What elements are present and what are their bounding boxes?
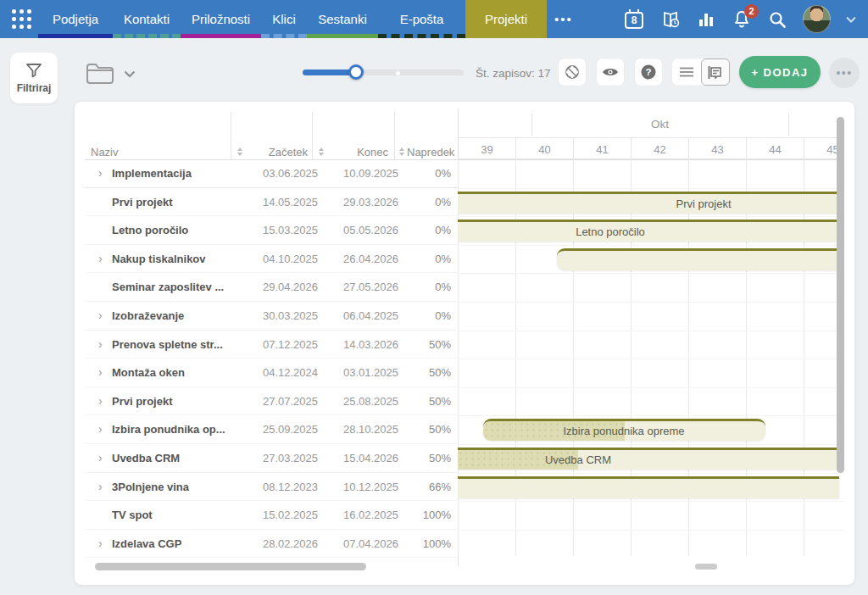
column-header-naziv[interactable]: Naziv	[91, 146, 119, 158]
gantt-icon	[708, 66, 722, 79]
expand-chevron-icon[interactable]: ›	[98, 537, 103, 550]
tab-label: Projekti	[485, 12, 527, 26]
gantt-horizontal-scrollbar[interactable]	[695, 564, 717, 570]
table-row[interactable]: Prvi projekt14.05.202529.03.20260%	[85, 188, 458, 217]
tab-label: Podjetja	[53, 12, 98, 26]
visibility-button[interactable]	[596, 58, 625, 86]
progress-value: 0%	[435, 281, 451, 293]
zoom-slider[interactable]	[303, 70, 464, 75]
nav-more-button[interactable]: •••	[549, 0, 578, 38]
expand-chevron-icon[interactable]: ›	[98, 422, 103, 436]
table-row[interactable]: ›Izbira ponudnika op...25.09.202528.10.2…	[85, 415, 458, 444]
tab-projekti[interactable]: Projekti	[465, 0, 547, 38]
expand-chevron-icon[interactable]: ›	[98, 394, 103, 408]
gantt-bar[interactable]: Uvedba CRM	[458, 448, 839, 470]
table-row[interactable]: ›Implementacija03.06.202510.09.20250%	[85, 159, 458, 188]
gantt-view-button[interactable]	[701, 58, 730, 86]
gantt-bar[interactable]: Izbira ponudnika opreme	[483, 419, 765, 441]
add-button[interactable]: + DODAJ	[739, 56, 821, 88]
list-view-button[interactable]	[672, 58, 701, 86]
help-button[interactable]: ?	[634, 58, 663, 86]
expand-chevron-icon[interactable]: ›	[98, 480, 103, 493]
progress-value: 50%	[429, 338, 451, 351]
table-row[interactable]: ›3Polnjene vina08.12.202310.12.202566%	[85, 473, 458, 502]
avatar-chevron-down-icon[interactable]	[846, 16, 856, 23]
expand-chevron-icon[interactable]: ›	[98, 166, 103, 180]
table-row[interactable]: Letno poročilo15.03.202505.05.20260%	[85, 216, 458, 245]
filter-button[interactable]: Filtriraj	[10, 53, 58, 103]
view-toggle	[671, 58, 731, 86]
sort-zacetek[interactable]	[237, 147, 242, 156]
end-date: 25.08.2025	[343, 395, 398, 408]
progress-value: 50%	[429, 452, 451, 464]
notifications-bell-icon[interactable]: 2	[732, 9, 752, 30]
column-header-zacetek[interactable]: Začetek	[257, 146, 308, 158]
search-icon[interactable]	[767, 9, 787, 30]
project-name: Implementacija	[112, 167, 192, 180]
tab-podjetja[interactable]: Podjetja	[38, 0, 113, 38]
tab-sestanki[interactable]: Sestanki	[307, 0, 378, 38]
table-row[interactable]: ›Prvi projekt27.07.202525.08.202550%	[85, 387, 458, 416]
tab-e-pošta[interactable]: E-pošta	[378, 0, 465, 38]
week-cell: 40	[515, 138, 573, 159]
expand-chevron-icon[interactable]: ›	[98, 337, 103, 351]
gantt-bar[interactable]	[557, 248, 839, 270]
row-grid-line	[458, 331, 844, 331]
list-icon	[680, 67, 693, 77]
table-row[interactable]: ›Nakup tiskalnikov04.10.202526.04.20260%	[85, 245, 458, 274]
projects-panel: Naziv Začetek Konec Napredek Okt 3940414…	[75, 102, 854, 585]
gantt-bar[interactable]: Letno poročilo	[458, 220, 839, 242]
table-row[interactable]: ›Uvedba CRM27.03.202515.04.202650%	[85, 444, 458, 473]
tab-klici[interactable]: Klici	[261, 0, 307, 38]
row-grid-line	[458, 273, 844, 274]
gantt-bar[interactable]: Prvi projekt	[458, 192, 839, 214]
end-date: 03.01.2025	[343, 366, 398, 379]
sort-napredek[interactable]	[399, 147, 404, 156]
tab-label: E-pošta	[400, 12, 444, 26]
sort-konec[interactable]	[319, 147, 324, 156]
expand-chevron-icon[interactable]: ›	[98, 365, 103, 379]
project-name: Montaža oken	[112, 366, 185, 379]
week-cell: 41	[573, 138, 631, 159]
project-name: Seminar zaposlitev ...	[112, 281, 224, 293]
start-date: 25.09.2025	[263, 423, 318, 436]
table-row[interactable]: TV spot15.02.202516.02.2025100%	[85, 501, 458, 530]
column-header-napredek[interactable]: Napredek	[407, 146, 454, 158]
end-date: 10.12.2025	[343, 481, 398, 493]
project-name: Prvi projekt	[112, 395, 173, 408]
reports-icon[interactable]	[696, 9, 716, 30]
week-cell: 42	[631, 138, 688, 159]
table-row[interactable]: ›Prenova spletne str...07.12.202514.03.2…	[85, 331, 458, 359]
slider-thumb[interactable]	[348, 64, 364, 80]
table-row[interactable]: ›Izdelava CGP28.02.202607.04.2026100%	[85, 530, 458, 558]
progress-value: 0%	[435, 253, 451, 265]
table-row[interactable]: Seminar zaposlitev ...29.04.202627.05.20…	[85, 273, 458, 302]
gantt-bar-label: Prvi projekt	[676, 197, 731, 210]
start-date: 08.12.2023	[263, 481, 318, 493]
column-header-konec[interactable]: Konec	[337, 146, 388, 158]
app-grid-icon[interactable]	[12, 9, 32, 30]
gantt-bar[interactable]	[458, 476, 839, 498]
expand-chevron-icon[interactable]: ›	[98, 309, 103, 322]
table-row[interactable]: ›Izobraževanje30.03.202506.04.20250%	[85, 302, 458, 331]
target-button[interactable]	[558, 58, 587, 86]
toolbar-more-button[interactable]: •••	[829, 58, 860, 88]
row-grid-line	[458, 444, 844, 445]
user-avatar[interactable]	[803, 5, 831, 33]
row-grid-line	[458, 245, 844, 246]
project-name: Prvi projekt	[112, 196, 173, 209]
expand-chevron-icon[interactable]: ›	[98, 451, 103, 464]
expand-chevron-icon[interactable]: ›	[98, 252, 103, 265]
tab-kontakti[interactable]: Kontakti	[113, 0, 181, 38]
start-date: 15.03.2025	[263, 224, 318, 236]
gantt-vertical-scrollbar[interactable]	[837, 117, 844, 473]
top-nav: PodjetjaKontaktiPriložnostiKliciSestanki…	[0, 0, 868, 38]
tab-priložnosti[interactable]: Priložnosti	[181, 0, 261, 38]
row-grid-line	[458, 302, 844, 303]
table-horizontal-scrollbar[interactable]	[95, 563, 366, 570]
project-name: Izdelava CGP	[112, 537, 181, 550]
timesheet-icon[interactable]	[660, 9, 681, 30]
folder-select[interactable]	[85, 61, 136, 86]
calendar-icon[interactable]: 8	[625, 9, 645, 30]
table-row[interactable]: ›Montaža oken04.12.202403.01.202550%	[85, 359, 458, 387]
